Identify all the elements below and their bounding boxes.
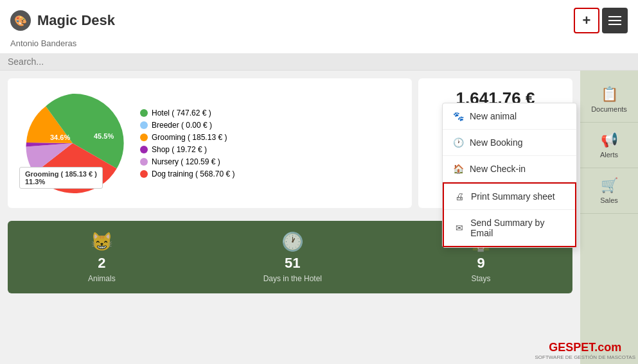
sidebar-item-alerts[interactable]: 📢 Alerts xyxy=(580,123,638,168)
stays-label: Stays xyxy=(471,274,490,283)
new-animal-label: New animal xyxy=(470,111,517,121)
hotel-dot xyxy=(140,109,148,117)
dogtraining-pct-label: 34.6% xyxy=(50,134,70,141)
alerts-label: Alerts xyxy=(600,151,618,159)
breeder-dot xyxy=(140,121,148,129)
new-checkin-label: New Check-in xyxy=(470,164,526,174)
days-hotel-count: 51 xyxy=(285,255,300,272)
print-icon: 🖨 xyxy=(454,191,465,202)
legend-item-nursery: Nursery ( 120.59 € ) xyxy=(140,157,235,166)
dropdown-item-print-summary[interactable]: 🖨 Print Summary sheet xyxy=(444,184,575,210)
branding-area: GESPET.com SOFTWARE DE GESTIÓN DE MASCOT… xyxy=(535,341,635,360)
checkin-icon: 🏠 xyxy=(453,164,463,174)
hamburger-button[interactable] xyxy=(602,8,628,33)
email-icon: ✉ xyxy=(454,223,464,233)
branding-tagline: SOFTWARE DE GESTIÓN DE MASCOTAS xyxy=(535,354,635,360)
stays-count: 9 xyxy=(477,255,484,272)
search-input[interactable] xyxy=(8,56,136,67)
top-bar: 🎨 Magic Desk + Antonio Banderas xyxy=(0,0,638,71)
days-hotel-label: Days in the Hotel xyxy=(263,274,322,283)
nursery-legend-label: Nursery ( 120.59 € ) xyxy=(152,157,220,166)
hotel-legend-label: Hotel ( 747.62 € ) xyxy=(152,108,211,117)
branding-tld: .com xyxy=(594,341,621,354)
header-buttons: + xyxy=(574,8,628,33)
legend-item-grooming: Grooming ( 185.13 € ) xyxy=(140,133,235,142)
sidebar-item-sales[interactable]: 🛒 Sales xyxy=(580,168,638,214)
send-email-label: Send Summary by Email xyxy=(470,218,565,238)
hamburger-line xyxy=(608,20,621,21)
stat-animals: 😸 2 Animals xyxy=(88,231,116,283)
alerts-icon: 📢 xyxy=(601,132,618,148)
legend-item-hotel: Hotel ( 747.62 € ) xyxy=(140,108,235,117)
add-button[interactable]: + xyxy=(574,8,599,33)
dogtraining-dot xyxy=(140,170,148,178)
pie-svg: 45.5% 34.6% xyxy=(18,89,127,198)
hamburger-line xyxy=(608,16,621,17)
right-sidebar: 📋 Documents 📢 Alerts 🛒 Sales GESPET.com … xyxy=(580,71,638,364)
nursery-dot xyxy=(140,158,148,166)
app-title: Magic Desk xyxy=(37,12,115,29)
shop-dot xyxy=(140,146,148,153)
dropdown-item-new-animal[interactable]: 🐾 New animal xyxy=(443,103,576,130)
branding-name: GESPET xyxy=(549,341,594,354)
new-booking-label: New Booking xyxy=(470,137,523,148)
sales-label: Sales xyxy=(600,196,618,204)
legend-item-dogtraining: Dog training ( 568.70 € ) xyxy=(140,169,235,178)
chart-legend: Hotel ( 747.62 € ) Breeder ( 0.00 € ) Gr… xyxy=(140,108,235,178)
sidebar-item-documents[interactable]: 📋 Documents xyxy=(580,77,638,123)
app-logo-icon: 🎨 xyxy=(10,10,31,31)
dropdown-item-send-email[interactable]: ✉ Send Summary by Email xyxy=(444,210,575,246)
dropdown-item-new-booking[interactable]: 🕐 New Booking xyxy=(443,130,576,156)
grooming-dot xyxy=(140,134,148,141)
logo-area: 🎨 Magic Desk xyxy=(10,10,115,31)
hotel-pct-label: 45.5% xyxy=(94,132,114,140)
booking-icon: 🕐 xyxy=(453,137,463,148)
user-name: Antonio Banderas xyxy=(0,36,638,53)
animal-icon: 🐾 xyxy=(453,111,463,121)
animals-label: Animals xyxy=(88,274,116,283)
pie-chart: 45.5% 34.6% Grooming ( 185.13 € ) 11.3% xyxy=(18,89,127,198)
documents-label: Documents xyxy=(591,105,627,113)
breeder-legend-label: Breeder ( 0.00 € ) xyxy=(152,121,212,130)
sales-icon: 🛒 xyxy=(601,177,618,194)
dogtraining-legend-label: Dog training ( 568.70 € ) xyxy=(152,169,235,178)
legend-item-breeder: Breeder ( 0.00 € ) xyxy=(140,121,235,130)
stat-days-hotel: 🕐 51 Days in the Hotel xyxy=(263,231,322,283)
shop-legend-label: Shop ( 19.72 € ) xyxy=(152,145,207,154)
main-content: 45.5% 34.6% Grooming ( 185.13 € ) 11.3% … xyxy=(0,71,638,364)
clock-icon: 🕐 xyxy=(281,231,304,252)
grooming-legend-label: Grooming ( 185.13 € ) xyxy=(152,133,227,142)
legend-item-shop: Shop ( 19.72 € ) xyxy=(140,145,235,154)
branding-title: GESPET.com xyxy=(535,341,635,354)
animals-count: 2 xyxy=(98,255,105,272)
search-bar xyxy=(0,53,638,70)
print-summary-label: Print Summary sheet xyxy=(471,191,555,202)
dropdown-item-new-checkin[interactable]: 🏠 New Check-in xyxy=(443,156,576,182)
dropdown-menu: 🐾 New animal 🕐 New Booking 🏠 New Check-i… xyxy=(442,103,577,248)
documents-icon: 📋 xyxy=(601,86,618,103)
animals-icon: 😸 xyxy=(91,231,113,252)
hamburger-line xyxy=(608,24,621,25)
chart-card: 45.5% 34.6% Grooming ( 185.13 € ) 11.3% … xyxy=(8,78,412,208)
